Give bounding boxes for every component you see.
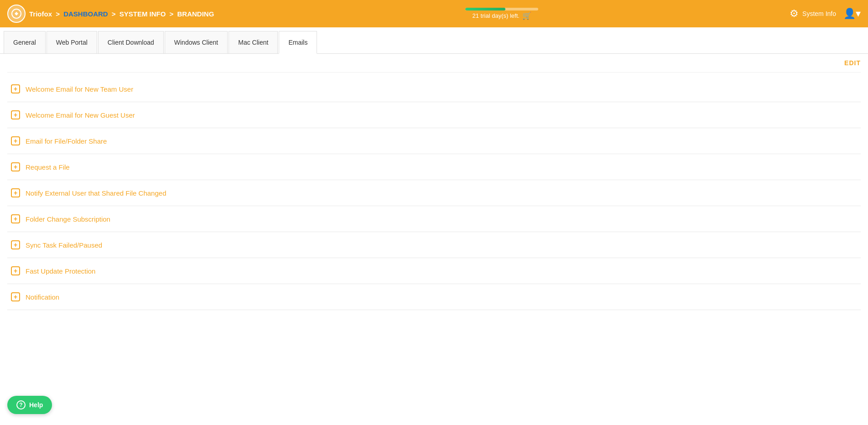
system-info-button[interactable]: ⚙ System Info xyxy=(790,8,836,20)
email-item-label-request-file: Request a File xyxy=(26,163,70,171)
expand-icon-notify-external: + xyxy=(11,188,20,197)
header-left: Triofox > DASHBOARD > SYSTEM INFO > BRAN… xyxy=(7,5,214,23)
tabs-bar: General Web Portal Client Download Windo… xyxy=(0,27,868,54)
help-label: Help xyxy=(29,401,43,409)
expand-icon-fast-update: + xyxy=(11,266,20,275)
email-item-request-file[interactable]: + Request a File xyxy=(7,154,861,180)
expand-icon-request-file: + xyxy=(11,162,20,171)
email-item-sync-task[interactable]: + Sync Task Failed/Paused xyxy=(7,232,861,258)
tab-general[interactable]: General xyxy=(4,31,46,53)
email-item-fast-update[interactable]: + Fast Update Protection xyxy=(7,258,861,284)
email-item-notify-external[interactable]: + Notify External User that Shared File … xyxy=(7,180,861,206)
help-question-icon: ? xyxy=(16,400,26,409)
email-item-folder-change[interactable]: + Folder Change Subscription xyxy=(7,206,861,232)
header-right: ⚙ System Info 👤▾ xyxy=(790,8,861,20)
edit-button[interactable]: EDIT xyxy=(844,59,861,67)
tab-web-portal[interactable]: Web Portal xyxy=(47,31,97,53)
email-item-file-folder-share[interactable]: + Email for File/Folder Share xyxy=(7,128,861,154)
logo-icon xyxy=(7,5,26,23)
email-item-label-folder-change: Folder Change Subscription xyxy=(26,215,110,223)
email-item-label-notification: Notification xyxy=(26,293,59,301)
breadcrumb: Triofox > DASHBOARD > SYSTEM INFO > BRAN… xyxy=(29,10,214,18)
trial-progress-bar xyxy=(465,8,538,10)
main-content: EDIT + Welcome Email for New Team User +… xyxy=(0,54,868,425)
system-info-breadcrumb: SYSTEM INFO xyxy=(120,10,166,18)
brand-name: Triofox xyxy=(29,10,52,18)
trial-info: 21 trial day(s) left. 🛒 xyxy=(465,8,538,20)
email-item-label-file-folder-share: Email for File/Folder Share xyxy=(26,137,107,145)
email-item-label-sync-task: Sync Task Failed/Paused xyxy=(26,241,102,249)
tab-mac-client[interactable]: Mac Client xyxy=(229,31,278,53)
email-item-welcome-team[interactable]: + Welcome Email for New Team User xyxy=(7,76,861,102)
tab-windows-client[interactable]: Windows Client xyxy=(165,31,228,53)
email-item-label-welcome-guest: Welcome Email for New Guest User xyxy=(26,111,135,119)
tab-emails[interactable]: Emails xyxy=(279,31,317,54)
dashboard-link[interactable]: DASHBOARD xyxy=(63,10,108,18)
user-account-icon[interactable]: 👤▾ xyxy=(843,8,861,20)
expand-icon-file-folder-share: + xyxy=(11,136,20,145)
expand-icon-welcome-guest: + xyxy=(11,110,20,119)
branding-breadcrumb: BRANDING xyxy=(177,10,214,18)
expand-icon-notification: + xyxy=(11,292,20,301)
help-button[interactable]: ? Help xyxy=(7,396,52,414)
header: Triofox > DASHBOARD > SYSTEM INFO > BRAN… xyxy=(0,0,868,27)
email-item-label-welcome-team: Welcome Email for New Team User xyxy=(26,85,133,93)
trial-progress-fill xyxy=(465,8,505,10)
trial-text: 21 trial day(s) left. 🛒 xyxy=(473,11,531,20)
edit-row: EDIT xyxy=(7,54,861,73)
cart-icon[interactable]: 🛒 xyxy=(522,11,531,20)
email-item-welcome-guest[interactable]: + Welcome Email for New Guest User xyxy=(7,102,861,128)
email-item-notification[interactable]: + Notification xyxy=(7,284,861,310)
email-item-label-fast-update: Fast Update Protection xyxy=(26,267,95,275)
gear-icon: ⚙ xyxy=(790,8,799,20)
email-item-label-notify-external: Notify External User that Shared File Ch… xyxy=(26,189,166,197)
tab-client-download[interactable]: Client Download xyxy=(98,31,164,53)
expand-icon-welcome-team: + xyxy=(11,84,20,93)
expand-icon-sync-task: + xyxy=(11,240,20,249)
email-list: + Welcome Email for New Team User + Welc… xyxy=(7,76,861,310)
expand-icon-folder-change: + xyxy=(11,214,20,223)
